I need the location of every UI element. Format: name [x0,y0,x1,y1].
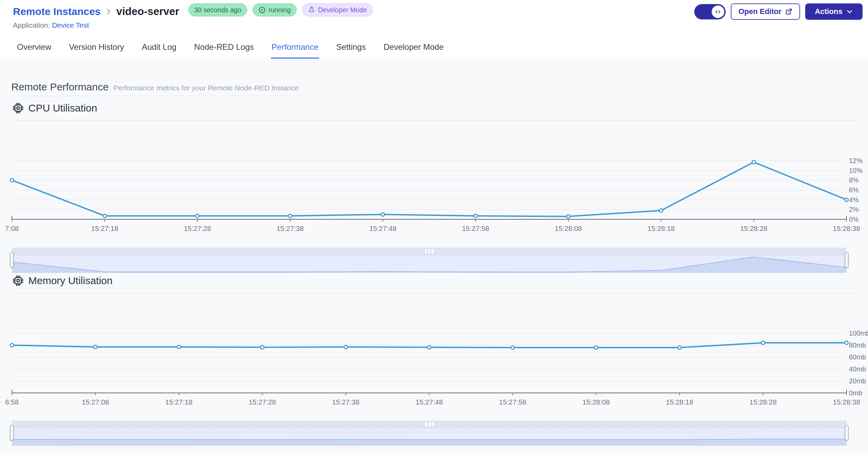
memory-chart-brush[interactable] [12,421,846,446]
svg-text:60mb: 60mb [849,353,866,361]
tab-node-red-logs[interactable]: Node-RED Logs [194,40,255,59]
svg-text:15:27:58: 15:27:58 [499,398,526,406]
application-label: Application: [13,21,50,29]
svg-text:15:27:08: 15:27:08 [82,398,109,406]
cpu-brush-right-handle[interactable] [845,252,849,268]
svg-text:6:58: 6:58 [5,398,19,406]
cpu-chip-icon [12,102,24,114]
svg-text:0mb: 0mb [849,389,862,397]
last-seen-label: 30 seconds ago [194,6,241,14]
memory-chip-icon [12,275,24,287]
memory-utilisation-chart: 0mb20mb40mb60mb80mb100mb6:5815:27:0815:2… [0,294,868,412]
developer-mode-toggle[interactable] [694,4,726,19]
header-controls: Open Editor Actions [694,3,863,20]
beaker-icon [308,6,315,14]
cpu-brush-left-handle[interactable] [10,252,14,268]
application-line: Application: Device Test [13,21,89,29]
instance-name: video-server [116,5,179,18]
page-title: Remote Performance [11,81,109,93]
svg-text:15:28:08: 15:28:08 [555,224,582,232]
cpu-section-heading: CPU Utilisation [12,102,97,114]
last-seen-badge: 30 seconds ago [188,3,247,16]
svg-text:0%: 0% [849,216,859,223]
status-badges: 30 seconds ago running Developer Mode [188,3,373,16]
tab-overview[interactable]: Overview [16,40,52,59]
play-circle-icon [258,6,266,14]
tab-version-history[interactable]: Version History [68,40,125,59]
breadcrumb: Remote Instances video-server [13,5,179,18]
divider [11,293,858,293]
svg-text:15:27:38: 15:27:38 [276,224,304,232]
tab-settings[interactable]: Settings [336,40,367,59]
remote-instance-performance-page: Remote Instances video-server 30 seconds… [0,0,868,455]
svg-text:15:28:28: 15:28:28 [740,224,767,232]
grip-vertical-icon[interactable] [425,422,433,427]
svg-text:15:28:08: 15:28:08 [583,398,610,406]
svg-text:4%: 4% [849,196,859,204]
tab-audit-log[interactable]: Audit Log [141,40,177,59]
code-icon [712,5,724,18]
svg-text:15:27:48: 15:27:48 [416,398,443,406]
svg-text:100mb: 100mb [849,329,868,337]
divider [11,120,858,120]
page-subtitle: Performance metrics for your Remote Node… [113,84,299,92]
svg-text:12%: 12% [849,157,863,164]
svg-text:6%: 6% [849,186,859,194]
svg-text:15:27:18: 15:27:18 [165,398,193,406]
svg-text:2%: 2% [849,206,859,213]
svg-text:7:08: 7:08 [5,224,19,232]
memory-brush-right-handle[interactable] [845,425,849,441]
grip-vertical-icon[interactable] [425,249,433,254]
memory-section-title: Memory Utilisation [28,275,113,287]
cpu-chart-brush[interactable] [12,248,846,273]
svg-text:40mb: 40mb [849,365,866,373]
open-editor-button[interactable]: Open Editor [731,3,800,20]
status-label: running [269,6,291,14]
svg-text:10%: 10% [849,167,863,174]
chevron-right-icon [105,8,112,15]
svg-text:20mb: 20mb [849,377,866,385]
svg-text:15:28:28: 15:28:28 [750,398,777,406]
tab-bar: Overview Version History Audit Log Node-… [16,40,444,59]
svg-text:8%: 8% [849,176,859,184]
actions-label: Actions [815,7,842,16]
svg-text:15:27:58: 15:27:58 [462,224,489,232]
divider [11,96,858,96]
tab-performance[interactable]: Performance [271,40,319,59]
application-link[interactable]: Device Test [52,21,89,29]
developer-mode-badge: Developer Mode [302,3,373,16]
memory-section-heading: Memory Utilisation [12,275,113,287]
svg-text:15:27:38: 15:27:38 [332,398,359,406]
svg-text:15:28:38: 15:28:38 [833,224,860,232]
tab-bar-border [0,58,868,58]
svg-text:15:27:48: 15:27:48 [369,224,397,232]
svg-text:15:27:28: 15:27:28 [184,224,211,232]
tab-developer-mode[interactable]: Developer Mode [383,40,444,59]
page-heading: Remote Performance Performance metrics f… [11,81,299,93]
cpu-utilisation-chart: 0%2%4%6%8%10%12%7:0815:27:1815:27:2815:2… [0,121,868,239]
developer-mode-label: Developer Mode [318,6,367,14]
external-link-icon [785,8,793,15]
svg-text:15:28:18: 15:28:18 [666,398,693,406]
svg-text:80mb: 80mb [849,341,866,349]
svg-text:15:27:28: 15:27:28 [249,398,276,406]
breadcrumb-link-remote-instances[interactable]: Remote Instances [13,6,101,17]
status-badge: running [253,3,297,16]
chevron-down-icon [846,8,853,15]
actions-button[interactable]: Actions [805,3,863,20]
cpu-section-title: CPU Utilisation [28,102,97,114]
open-editor-label: Open Editor [738,7,781,16]
memory-brush-left-handle[interactable] [10,425,14,441]
svg-text:15:28:18: 15:28:18 [648,224,675,232]
svg-text:15:28:38: 15:28:38 [833,398,860,406]
svg-text:15:27:18: 15:27:18 [91,224,118,232]
